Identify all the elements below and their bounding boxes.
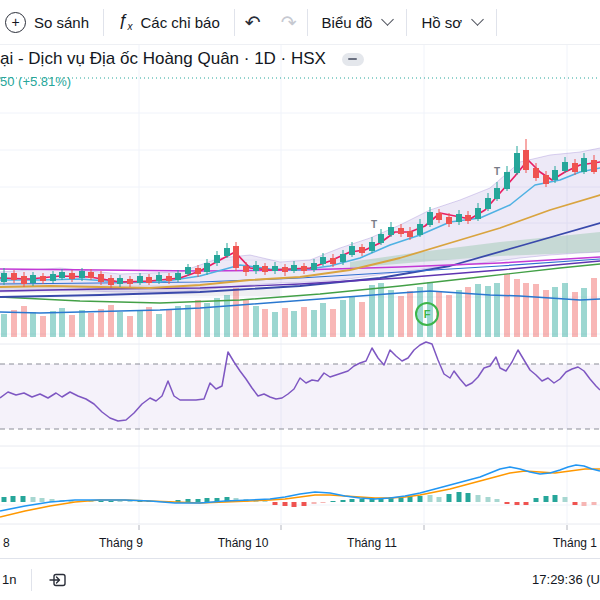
indicators-button[interactable]: ƒx Các chỉ báo: [104, 0, 234, 44]
month-label: Tháng 9: [99, 536, 143, 550]
svg-text:F: F: [424, 308, 431, 320]
top-toolbar: + So sánh ƒx Các chỉ báo ↶ ↷ Biểu đồ Hồ …: [0, 0, 600, 45]
collapse-legend-button[interactable]: [342, 53, 364, 66]
month-label: Tháng 10: [218, 536, 269, 550]
clock-timezone[interactable]: 17:29:36 (U: [532, 572, 600, 587]
chart-menu-button[interactable]: Biểu đồ: [308, 0, 407, 44]
trading-chart-app: TTF8Tháng 9Tháng 10Tháng 11Tháng 1 + So …: [0, 0, 600, 600]
profile-menu-label: Hồ sơ: [421, 14, 462, 31]
undo-arrow-icon: ↶: [245, 11, 261, 34]
bottom-toolbar: 1n 17:29:36 (U: [0, 558, 600, 600]
rsi-panel: [0, 342, 600, 429]
symbol-title-row: ại - Dịch vụ Địa ốc Hoàng Quân · 1D · HS…: [0, 49, 364, 69]
trade-marker: T: [494, 166, 500, 177]
macd-panel: [0, 465, 600, 517]
price-change: 50 (+5.81%): [0, 74, 71, 89]
range-button[interactable]: 1n: [0, 572, 16, 587]
month-label: 8: [3, 536, 10, 550]
symbol-title[interactable]: ại - Dịch vụ Địa ốc Hoàng Quân · 1D · HS…: [0, 49, 326, 69]
compare-button[interactable]: + So sánh: [0, 0, 103, 44]
goto-date-button[interactable]: [47, 569, 69, 591]
profile-menu-button[interactable]: Hồ sơ: [407, 0, 496, 44]
macd-signal-line: [0, 469, 600, 517]
time-axis: 8Tháng 9Tháng 10Tháng 11Tháng 1: [3, 525, 597, 550]
redo-button[interactable]: ↷: [271, 0, 307, 44]
chevron-down-icon: [382, 13, 395, 26]
macd-line: [0, 465, 600, 511]
toolbar-separator: [496, 9, 497, 36]
month-label: Tháng 1: [553, 536, 597, 550]
redo-arrow-icon: ↷: [281, 11, 297, 34]
calendar-arrow-icon: [49, 570, 68, 589]
indicators-label: Các chỉ báo: [141, 14, 220, 31]
chart-menu-label: Biểu đồ: [322, 14, 373, 31]
undo-button[interactable]: ↶: [235, 0, 271, 44]
plus-circle-icon: +: [5, 12, 26, 33]
bottom-separator: [31, 569, 32, 591]
month-label: Tháng 11: [347, 536, 397, 550]
chevron-down-icon: [471, 13, 484, 26]
compare-label: So sánh: [34, 14, 89, 31]
price-chart-canvas[interactable]: TTF8Tháng 9Tháng 10Tháng 11Tháng 1: [0, 0, 600, 600]
function-fx-icon: ƒx: [118, 11, 132, 32]
minus-icon: [348, 58, 357, 60]
trade-marker: T: [371, 219, 377, 230]
